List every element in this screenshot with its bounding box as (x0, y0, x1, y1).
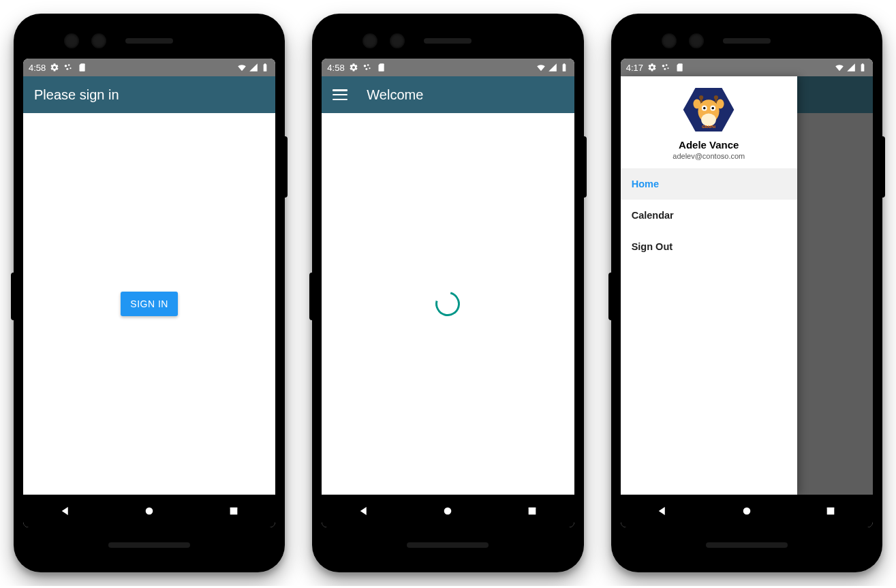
phone-top-bezel (621, 23, 873, 59)
user-avatar: GRAPH (682, 86, 735, 134)
screen-drawer: 4:17 (621, 59, 873, 527)
drawer-item-home[interactable]: Home (621, 168, 797, 200)
wifi-icon (536, 63, 546, 72)
svg-point-14 (664, 68, 666, 70)
cellular-signal-icon (249, 63, 258, 72)
drawer-item-calendar[interactable]: Calendar (621, 200, 797, 231)
phone-top-bezel (322, 23, 574, 59)
svg-rect-30 (827, 508, 835, 515)
loading-content (322, 113, 574, 495)
nav-back-button[interactable] (352, 499, 376, 523)
loading-spinner-icon (431, 287, 465, 320)
phone-top-bezel (23, 23, 275, 59)
svg-rect-26 (715, 97, 717, 103)
svg-point-6 (363, 65, 366, 67)
app-bar: Please sign in (23, 76, 275, 113)
status-bar: 4:58 (23, 59, 275, 76)
svg-point-27 (694, 99, 701, 108)
cellular-signal-icon (846, 63, 856, 72)
phone-sensors (64, 33, 106, 48)
status-time: 4:58 (327, 63, 344, 73)
android-nav-bar (23, 495, 275, 527)
assistant-dots-icon (661, 63, 670, 72)
nav-home-button[interactable] (137, 499, 161, 523)
sdcard-icon (376, 63, 386, 72)
battery-icon (858, 63, 867, 72)
nav-recent-button[interactable] (818, 499, 843, 523)
settings-gear-icon (349, 63, 358, 72)
phone-bottom-bezel (23, 527, 275, 563)
phone-bottom-bezel (322, 527, 574, 563)
assistant-dots-icon (362, 63, 372, 72)
assistant-dots-icon (63, 63, 73, 72)
nav-back-button[interactable] (650, 499, 675, 523)
app-bar-title: Please sign in (34, 87, 119, 103)
svg-rect-25 (700, 97, 702, 103)
svg-point-2 (67, 68, 69, 70)
svg-point-15 (667, 67, 668, 69)
svg-point-0 (65, 65, 67, 67)
nav-recent-button[interactable] (221, 499, 246, 523)
phone-frame-signin: 4:58 (14, 14, 285, 572)
status-time: 4:58 (29, 63, 46, 73)
screen-welcome: 4:58 Welcome (322, 59, 574, 527)
status-time: 4:17 (626, 63, 643, 73)
svg-point-4 (146, 508, 153, 515)
sdcard-icon (675, 63, 684, 72)
drawer-scrim-area[interactable]: GRAPH Adele Vance adelev@contoso.com Hom… (621, 76, 873, 495)
svg-rect-5 (230, 508, 237, 515)
drawer-user-name: Adele Vance (632, 139, 786, 151)
svg-point-12 (662, 65, 665, 67)
settings-gear-icon (647, 63, 657, 72)
nav-back-button[interactable] (53, 499, 78, 523)
nav-home-button[interactable] (435, 499, 460, 523)
navigation-drawer: GRAPH Adele Vance adelev@contoso.com Hom… (621, 76, 797, 495)
drawer-item-label: Calendar (632, 210, 674, 221)
wifi-icon (237, 63, 247, 72)
cellular-signal-icon (548, 63, 557, 72)
svg-point-1 (68, 64, 70, 66)
phone-earpiece (125, 38, 173, 44)
svg-point-21 (703, 107, 706, 110)
signin-content: SIGN IN (23, 113, 275, 495)
svg-point-22 (712, 107, 715, 110)
svg-point-10 (444, 508, 452, 515)
drawer-header: GRAPH Adele Vance adelev@contoso.com (621, 76, 797, 168)
svg-point-18 (701, 113, 716, 126)
svg-rect-11 (529, 508, 536, 515)
wifi-icon (835, 63, 844, 72)
nav-recent-button[interactable] (520, 499, 544, 523)
phone-frame-drawer: 4:17 (611, 14, 882, 572)
drawer-item-signout[interactable]: Sign Out (621, 231, 797, 262)
avatar-badge-text: GRAPH (702, 125, 715, 129)
battery-icon (559, 63, 569, 72)
drawer-item-label: Sign Out (632, 241, 673, 252)
settings-gear-icon (50, 63, 59, 72)
status-bar: 4:17 (621, 59, 873, 76)
svg-point-9 (369, 67, 370, 69)
sdcard-icon (77, 63, 87, 72)
android-nav-bar (322, 495, 574, 527)
sign-in-button[interactable]: SIGN IN (121, 292, 178, 316)
battery-icon (260, 63, 270, 72)
android-nav-bar (621, 495, 873, 527)
svg-point-13 (666, 64, 668, 66)
menu-hamburger-icon[interactable] (333, 89, 347, 100)
nav-home-button[interactable] (735, 499, 759, 523)
app-bar: Welcome (322, 76, 574, 113)
svg-point-7 (367, 64, 369, 66)
svg-point-29 (743, 508, 750, 515)
status-bar: 4:58 (322, 59, 574, 76)
svg-point-3 (70, 67, 72, 69)
phone-frame-welcome: 4:58 Welcome (312, 14, 583, 572)
phone-bottom-bezel (621, 527, 873, 563)
svg-point-28 (717, 99, 724, 108)
app-bar-title: Welcome (367, 87, 423, 103)
svg-point-8 (365, 68, 367, 70)
drawer-user-email: adelev@contoso.com (632, 152, 786, 160)
screen-signin: 4:58 (23, 59, 275, 527)
drawer-item-label: Home (632, 179, 659, 189)
